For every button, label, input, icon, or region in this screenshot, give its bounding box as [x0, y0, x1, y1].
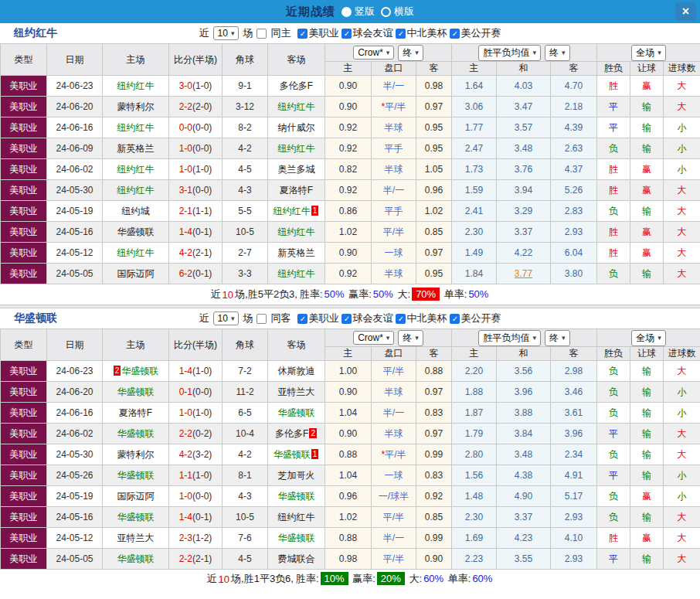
home-team-name: 蒙特利尔 — [117, 449, 155, 460]
league-cell: 美职业 — [1, 222, 47, 243]
popup-title: 近期战绩 — [286, 5, 335, 19]
scope-select[interactable]: 全场▾ — [631, 330, 666, 346]
subcol-result: 胜负 — [597, 347, 630, 361]
score-cell: 2-3(1-2) — [169, 528, 223, 549]
away-team-name: 纽约红牛 — [278, 268, 315, 279]
result-wdl-cell: 胜 — [597, 528, 630, 549]
league-cell: 美职业 — [1, 382, 47, 403]
odds-company-select[interactable]: Crow*▾ — [353, 331, 394, 345]
subcol-goals: 进球数 — [664, 347, 700, 361]
league-cell: 美职业 — [1, 528, 47, 549]
handicap-text: 半球 — [385, 122, 403, 133]
halftime-score: (1-0) — [192, 366, 212, 376]
radio-horizontal-layout[interactable] — [381, 7, 391, 17]
final-odds-select-2[interactable]: 终▾ — [545, 45, 570, 61]
home-team-cell: 华盛顿联 — [103, 382, 169, 403]
odds-company-select[interactable]: Crow*▾ — [353, 46, 394, 60]
euro-win-odds: 1.48 — [452, 486, 497, 507]
euro-win-odds: 2.47 — [452, 138, 497, 159]
league-checkbox[interactable]: ✓ — [396, 314, 406, 324]
away-team-cell: 纽约红牛 — [268, 97, 325, 117]
final-odds-select-2[interactable]: 终▾ — [545, 330, 570, 346]
euro-lose-odds: 5.26 — [551, 180, 597, 201]
home-team-name: 华盛顿联 — [117, 386, 155, 397]
league-cell: 美职业 — [1, 507, 47, 528]
result-wdl-cell: 平 — [597, 97, 630, 117]
summary-stat-label: 单率: — [441, 288, 467, 300]
section-2-controls: 华盛顿联 近 10▾ 场 同客 ✓美职业✓球会友谊✓中北美杯✓美公开赛 — [0, 308, 700, 328]
radio-vertical-layout[interactable] — [342, 7, 352, 17]
home-team-cell: 国际迈阿 — [103, 486, 169, 507]
result-goals-cell: 大 — [664, 444, 700, 465]
euro-win-odds: 2.41 — [452, 201, 497, 222]
avg-odds-select[interactable]: 胜平负均值▾ — [478, 330, 541, 346]
result-handicap-cell: 输 — [630, 361, 664, 382]
asia-handicap: 一球 — [372, 243, 416, 264]
avg-odds-select[interactable]: 胜平负均值▾ — [478, 45, 541, 61]
score-cell: 0-1(0-0) — [169, 382, 223, 403]
asia-handicap: 平手 — [372, 201, 416, 222]
handicap-text: 平手 — [385, 143, 403, 154]
col-type: 类型 — [1, 44, 47, 76]
score-cell: 1-4(0-1) — [169, 507, 223, 528]
home-team-name: 国际迈阿 — [117, 268, 155, 279]
euro-win-odds: 1.84 — [452, 264, 497, 284]
subcol-draw: 和 — [497, 62, 551, 76]
asia-away-odds: 0.99 — [416, 528, 452, 549]
scope-select[interactable]: 全场▾ — [631, 45, 666, 61]
fulltime-score: 0-1 — [179, 386, 192, 397]
euro-draw-odds: 3.88 — [497, 403, 551, 424]
home-team-name: 华盛顿联 — [117, 470, 155, 481]
match-count-select[interactable]: 10▾ — [213, 26, 240, 40]
same-away-checkbox[interactable] — [257, 314, 267, 324]
away-team-name: 多伦多F — [280, 80, 313, 91]
result-goals-cell: 大 — [664, 264, 700, 284]
corners-cell: 4-3 — [223, 180, 268, 201]
home-team-cell: 纽约红牛 — [103, 117, 169, 138]
euro-draw-odds: 3.29 — [497, 201, 551, 222]
date-cell: 24-06-20 — [47, 382, 103, 403]
corners-cell: 9-1 — [223, 76, 268, 97]
league-checkbox[interactable]: ✓ — [396, 29, 406, 39]
euro-draw-odds: 3.37 — [497, 222, 551, 243]
matches-label: 场 — [243, 311, 253, 325]
home-team-name: 华盛顿联 — [117, 428, 155, 439]
corners-cell: 8-1 — [223, 465, 268, 486]
final-odds-select[interactable]: 终▾ — [398, 330, 423, 346]
team-name-1: 纽约红牛 — [14, 26, 57, 40]
asia-home-odds: 0.90 — [325, 382, 372, 403]
match-count-select[interactable]: 10▾ — [213, 311, 240, 325]
league-filter-group: ✓美职业✓球会友谊✓中北美杯✓美公开赛 — [294, 26, 501, 40]
euro-draw-odds: 3.84 — [497, 424, 551, 444]
euro-draw-odds: 4.38 — [497, 465, 551, 486]
euro-win-odds: 1.59 — [452, 180, 497, 201]
asia-home-odds: 0.92 — [325, 264, 372, 284]
halftime-score: (2-1) — [192, 553, 212, 564]
league-checkbox[interactable]: ✓ — [297, 314, 308, 324]
subcol-goals: 进球数 — [664, 62, 700, 76]
fulltime-score: 0-0 — [179, 122, 192, 133]
euro-win-odds: 1.49 — [452, 243, 497, 264]
league-checkbox[interactable]: ✓ — [297, 29, 308, 39]
final-odds-select[interactable]: 终▾ — [398, 45, 423, 61]
fulltime-score: 2-2 — [179, 101, 192, 112]
result-handicap-cell: 输 — [630, 465, 664, 486]
away-team-name: 纽约红牛 — [278, 101, 315, 112]
halftime-score: (3-2) — [192, 449, 212, 460]
league-checkbox[interactable]: ✓ — [450, 314, 460, 324]
fulltime-score: 1-4 — [179, 366, 192, 376]
league-checkbox[interactable]: ✓ — [450, 29, 460, 39]
subcol-asia-away: 客 — [416, 62, 452, 76]
close-icon[interactable]: × — [675, 2, 696, 21]
league-cell: 美职业 — [1, 264, 47, 284]
league-checkbox[interactable]: ✓ — [342, 29, 352, 39]
date-cell: 24-05-19 — [47, 486, 103, 507]
league-label: 美职业 — [308, 311, 338, 325]
summary-stat-value: 60% — [472, 573, 492, 584]
table-row: 美职业 24-06-20 华盛顿联 0-1(0-0) 11-2 亚特兰大 0.9… — [1, 382, 700, 403]
same-home-checkbox[interactable] — [257, 29, 267, 39]
result-handicap-cell: 输 — [630, 424, 664, 444]
league-checkbox[interactable]: ✓ — [342, 314, 352, 324]
away-team-cell: 纽约红牛 — [268, 138, 325, 159]
euro-draw-odds: 3.48 — [497, 138, 551, 159]
